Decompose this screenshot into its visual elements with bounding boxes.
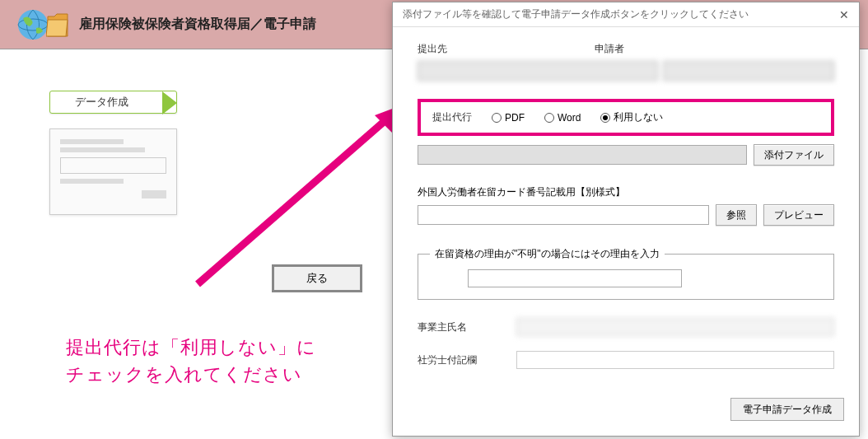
residence-reason-fieldset: 在留資格の理由が"不明"の場合にはその理由を入力 [418,254,834,300]
page-title: 雇用保険被保険者資格取得届／電子申請 [79,16,316,33]
foreign-card-label: 外国人労働者在留カード番号記載用【別様式】 [418,185,834,199]
radio-icon [492,113,502,123]
destination-label: 提出先 [418,42,595,56]
attachment-dialog: 添付ファイル等を確認して電子申請データ作成ボタンをクリックしてください ✕ 提出… [392,2,860,437]
employer-name-label: 事業主氏名 [418,320,516,334]
preview-button[interactable]: プレビュー [763,204,834,226]
sharoushi-note-field[interactable] [516,351,834,369]
submission-proxy-group: 提出代行 PDF Word 利用しない [418,99,834,136]
dialog-title: 添付ファイル等を確認して電子申請データ作成ボタンをクリックしてください [403,7,749,21]
form-preview-thumbnail [49,128,177,215]
radio-not-use[interactable]: 利用しない [600,110,663,124]
radio-label: Word [558,112,581,124]
svg-point-0 [18,10,48,40]
globe-icon [16,8,49,41]
employer-name-field[interactable] [516,318,834,336]
destination-field[interactable] [418,61,658,81]
step-tab-label: データ作成 [75,95,128,110]
submission-proxy-label: 提出代行 [432,110,472,124]
residence-reason-input[interactable] [468,269,682,287]
close-icon[interactable]: ✕ [836,7,852,23]
sharoushi-note-label: 社労士付記欄 [418,353,516,367]
radio-label: 利用しない [614,110,663,124]
applicant-label: 申請者 [595,42,624,56]
dialog-title-bar: 添付ファイル等を確認して電子申請データ作成ボタンをクリックしてください ✕ [393,2,859,27]
create-data-button[interactable]: 電子申請データ作成 [730,398,844,421]
back-button[interactable]: 戻る [272,264,362,292]
radio-pdf[interactable]: PDF [492,112,525,124]
fieldset-legend: 在留資格の理由が"不明"の場合にはその理由を入力 [430,247,665,261]
attach-file-button[interactable]: 添付ファイル [754,144,834,166]
radio-icon [600,113,610,123]
folder-icon [46,10,69,40]
applicant-field[interactable] [663,61,834,81]
step-tab-data-create[interactable]: データ作成 [49,91,177,114]
radio-icon [544,113,554,123]
browse-button[interactable]: 参照 [716,204,757,226]
foreign-card-field[interactable] [418,205,709,225]
radio-label: PDF [505,112,525,124]
attachment-path-field[interactable] [418,145,747,165]
radio-word[interactable]: Word [544,112,581,124]
